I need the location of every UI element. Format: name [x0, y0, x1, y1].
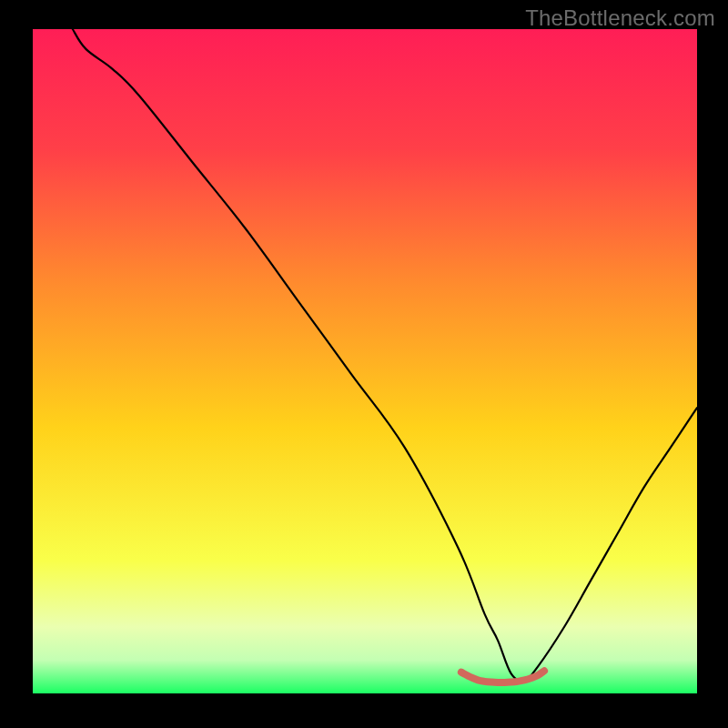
plot-background	[33, 29, 697, 693]
watermark-text: TheBottleneck.com	[525, 5, 715, 31]
chart-frame: TheBottleneck.com	[0, 0, 728, 728]
bottleneck-chart	[0, 0, 728, 728]
